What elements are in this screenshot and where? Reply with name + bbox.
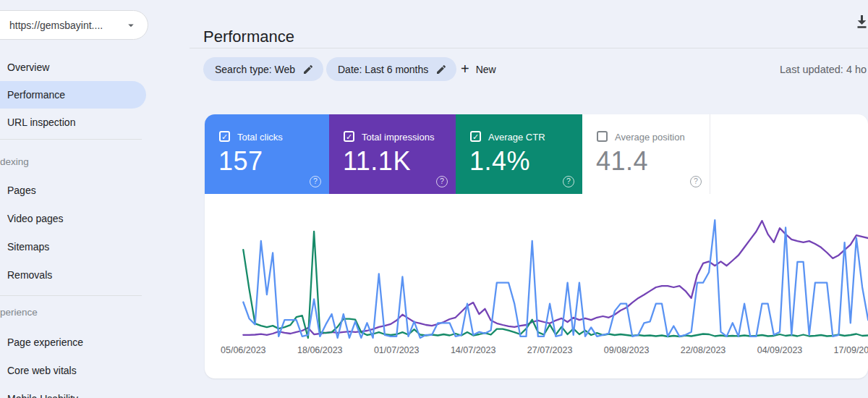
sidebar-section-indexing: dexing — [0, 156, 29, 167]
x-tick-label: 01/07/2023 — [374, 345, 420, 355]
edit-pencil-icon — [435, 64, 447, 75]
sidebar-item-page-experience[interactable]: Page experience — [0, 329, 146, 356]
x-tick-label: 05/06/2023 — [221, 345, 266, 355]
metric-value: 11.1K — [343, 146, 411, 177]
metric-label: Total clicks — [237, 132, 283, 143]
date-range-chip[interactable]: Date: Last 6 months — [326, 57, 456, 81]
checkbox-unchecked-icon[interactable] — [597, 131, 608, 142]
x-tick-label: 14/07/2023 — [451, 345, 496, 355]
sidebar-item-label: Mobile Usability — [7, 393, 78, 398]
metric-card-total-clicks[interactable]: ✓ Total clicks 157 ? — [205, 114, 329, 194]
impressions-line — [243, 221, 868, 335]
ctr-line — [243, 232, 868, 338]
help-question-icon[interactable]: ? — [310, 176, 321, 187]
performance-chart[interactable]: 05/06/202318/06/202301/07/202314/07/2023… — [203, 199, 868, 380]
header-divider — [190, 48, 868, 48]
checkbox-checked-icon[interactable]: ✓ — [219, 131, 230, 142]
sidebar-divider — [0, 295, 142, 296]
page-title: Performance — [203, 27, 294, 46]
last-updated-text: Last updated: 4 ho — [780, 64, 867, 75]
sidebar-item-video-pages[interactable]: Video pages — [0, 205, 146, 232]
x-tick-label: 22/08/2023 — [681, 345, 726, 355]
sidebar-item-core-web-vitals[interactable]: Core web vitals — [0, 357, 146, 384]
metric-value: 1.4% — [469, 146, 530, 177]
x-tick-label: 04/09/2023 — [757, 345, 803, 355]
edit-pencil-icon — [302, 64, 314, 75]
plus-icon: + — [461, 62, 469, 76]
chevron-down-icon — [124, 19, 137, 32]
sidebar-item-label: Removals — [7, 269, 52, 281]
metric-label: Average CTR — [488, 132, 545, 143]
metric-label: Average position — [615, 132, 685, 143]
sidebar: https://gemsbayint.... Overview Performa… — [0, 0, 181, 398]
sidebar-item-performance[interactable]: Performance — [0, 81, 146, 109]
search-type-chip[interactable]: Search type: Web — [203, 57, 323, 81]
metric-value: 41.4 — [596, 146, 648, 177]
sidebar-item-label: Page experience — [7, 336, 83, 348]
sidebar-item-mobile-usability[interactable]: Mobile Usability — [0, 385, 146, 398]
date-range-chip-label: Date: Last 6 months — [338, 64, 428, 75]
export-download-button[interactable] — [856, 15, 868, 30]
sidebar-item-overview[interactable]: Overview — [0, 54, 146, 81]
x-tick-label: 09/08/2023 — [604, 345, 650, 355]
property-selector-value: https://gemsbayint.... — [9, 20, 103, 31]
sidebar-item-sitemaps[interactable]: Sitemaps — [0, 233, 146, 261]
help-question-icon[interactable]: ? — [690, 176, 702, 187]
property-selector[interactable]: https://gemsbayint.... — [0, 10, 148, 40]
sidebar-item-label: Pages — [7, 185, 36, 196]
x-tick-label: 17/09/2023 — [834, 345, 868, 355]
help-question-icon[interactable]: ? — [436, 176, 448, 187]
sidebar-item-label: URL inspection — [7, 117, 75, 128]
download-icon — [856, 15, 868, 29]
metric-card-total-impressions[interactable]: ✓ Total impressions 11.1K ? — [329, 114, 456, 194]
metric-card-average-ctr[interactable]: ✓ Average CTR 1.4% ? — [456, 114, 582, 194]
checkbox-checked-icon[interactable]: ✓ — [344, 131, 354, 142]
x-tick-label: 18/06/2023 — [297, 345, 343, 355]
sidebar-item-label: Overview — [7, 62, 49, 73]
metric-card-average-position[interactable]: Average position 41.4 ? — [582, 114, 710, 194]
sidebar-divider — [0, 139, 142, 140]
new-filter-button[interactable]: + New — [461, 57, 496, 81]
checkbox-checked-icon[interactable]: ✓ — [470, 131, 481, 142]
sidebar-item-label: Sitemaps — [7, 241, 49, 253]
sidebar-section-experience: perience — [0, 307, 38, 318]
x-tick-label: 27/07/2023 — [527, 345, 573, 355]
search-type-chip-label: Search type: Web — [215, 64, 295, 75]
sidebar-item-pages[interactable]: Pages — [0, 177, 146, 204]
metric-value: 157 — [218, 146, 263, 177]
sidebar-item-label: Performance — [7, 89, 65, 101]
new-filter-label: New — [476, 64, 496, 75]
sidebar-item-label: Core web vitals — [7, 365, 77, 376]
sidebar-item-url-inspection[interactable]: URL inspection — [0, 109, 146, 136]
sidebar-item-label: Video pages — [7, 213, 64, 224]
sidebar-item-removals[interactable]: Removals — [0, 261, 146, 289]
help-question-icon[interactable]: ? — [563, 176, 574, 187]
metric-label: Total impressions — [362, 132, 434, 143]
